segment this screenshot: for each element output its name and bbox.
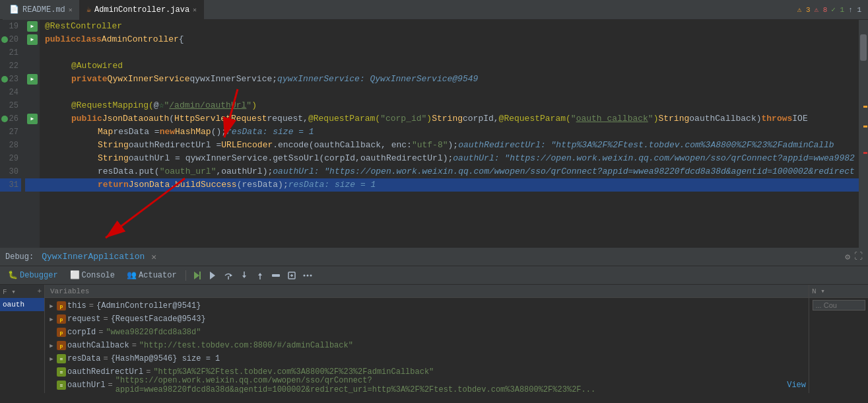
editor-area: 19 20 21 22 23 24 25 26 27 28 29 30 31 ▶… bbox=[0, 20, 868, 248]
debug-main: F ▾ + oauth Variables ▶ p this = {AdminC… bbox=[0, 285, 868, 393]
svg-point-16 bbox=[303, 274, 305, 276]
svg-point-18 bbox=[310, 274, 312, 276]
gutter-28 bbox=[25, 139, 40, 152]
svg-point-17 bbox=[306, 274, 308, 276]
line-num-24: 24 bbox=[0, 86, 21, 99]
tab-admin-label: AdminController.java bbox=[94, 5, 189, 15]
status-indicators: ⚠ 3 ⚠ 8 ✓ 1 ↑ 1 bbox=[797, 5, 868, 14]
debug-header-actions: ⚙ ⛶ bbox=[845, 252, 863, 262]
scrollbar-thumb[interactable] bbox=[860, 34, 867, 61]
step-out-btn[interactable] bbox=[253, 268, 267, 283]
line-num-28: 28 bbox=[0, 139, 21, 152]
debugger-tab-btn[interactable]: 🐛 Debugger bbox=[3, 268, 63, 283]
gutter-icon-20: ▶ bbox=[27, 34, 38, 45]
java-icon: ☕ bbox=[86, 5, 91, 15]
gutter-20: ▶ bbox=[25, 33, 40, 46]
debug-app-link[interactable]: QywxInnerApplication bbox=[42, 252, 145, 262]
gutter-21 bbox=[25, 46, 40, 59]
var-expand-request[interactable]: ▶ bbox=[48, 315, 55, 323]
people-icon: 👥 bbox=[127, 270, 137, 280]
var-resdata[interactable]: ▶ = resData = {HashMap@9546} size = 1 bbox=[45, 352, 809, 365]
var-expand-oauthurl: ▶ bbox=[48, 381, 55, 389]
var-oauthcallback[interactable]: ▶ p oauthCallback = "http://test.tobdev.… bbox=[45, 339, 809, 352]
evaluate-btn[interactable] bbox=[284, 268, 299, 283]
gutter-22 bbox=[25, 59, 40, 73]
stop-btn[interactable] bbox=[205, 268, 220, 283]
resume-btn[interactable] bbox=[189, 268, 204, 283]
svg-marker-3 bbox=[194, 272, 199, 279]
tab-readme[interactable]: 📄 README.md ✕ bbox=[3, 0, 80, 20]
line-num-30: 30 bbox=[0, 165, 21, 178]
var-expand-this[interactable]: ▶ bbox=[48, 302, 55, 310]
actuator-tab-btn[interactable]: 👥 Actuator bbox=[121, 268, 182, 283]
ok-indicator: ✓ 1 bbox=[831, 5, 844, 14]
var-this[interactable]: ▶ p this = {AdminController@9541} bbox=[45, 299, 809, 312]
var-expand-redirect: ▶ bbox=[48, 368, 55, 376]
code-line-27: Map resData = new HashMap (); resData: s… bbox=[40, 126, 859, 139]
frame-dropdown[interactable]: F ▾ bbox=[3, 287, 16, 296]
warn-mark-2 bbox=[863, 126, 867, 128]
warn-mark-1 bbox=[863, 106, 867, 108]
gutter-icon-19: ▶ bbox=[27, 21, 38, 32]
var-view-link[interactable]: View bbox=[787, 381, 806, 390]
readme-icon: 📄 bbox=[9, 5, 19, 15]
frame-item-oauth[interactable]: oauth bbox=[0, 298, 44, 311]
line-num-22: 22 bbox=[0, 59, 21, 73]
debug-settings-icon[interactable]: ⚙ bbox=[845, 252, 850, 262]
var-expand-callback[interactable]: ▶ bbox=[48, 342, 55, 349]
gutter-icon-26: ▶ bbox=[27, 114, 38, 124]
var-icon-resdata: = bbox=[57, 354, 66, 363]
gutter-27 bbox=[25, 126, 40, 139]
tab-bar: 📄 README.md ✕ ☕ AdminController.java ✕ ⚠… bbox=[0, 0, 868, 20]
gutter-31 bbox=[25, 178, 40, 192]
warn-indicator: ⚠ 3 bbox=[797, 5, 811, 14]
line-num-31: 31 bbox=[0, 178, 21, 192]
more-btn[interactable] bbox=[300, 268, 315, 283]
var-icon-corpid: p bbox=[57, 328, 66, 337]
line-num-25: 25 bbox=[0, 99, 21, 112]
frame-header: F ▾ + bbox=[0, 285, 44, 298]
line-num-26: 26 bbox=[0, 112, 21, 126]
var-icon-this: p bbox=[57, 301, 66, 311]
watches-search[interactable] bbox=[813, 300, 865, 311]
svg-marker-5 bbox=[210, 272, 215, 279]
right-panel-header: N ▾ bbox=[809, 285, 868, 298]
code-line-20: public class AdminController { bbox=[40, 33, 859, 46]
line-num-23: 23 bbox=[0, 73, 21, 86]
svg-rect-12 bbox=[272, 274, 280, 277]
variables-header: Variables bbox=[45, 285, 809, 298]
var-icon-request: p bbox=[57, 314, 66, 324]
step-into-btn[interactable] bbox=[237, 268, 251, 283]
code-line-28: String oauthRedirectUrl = URLEncoder .en… bbox=[40, 139, 859, 152]
var-icon-callback: p bbox=[57, 341, 66, 350]
var-expand-resdata[interactable]: ▶ bbox=[48, 355, 55, 363]
tab-readme-close[interactable]: ✕ bbox=[69, 6, 73, 14]
up-indicator: ↑ 1 bbox=[848, 6, 861, 14]
code-content[interactable]: @RestController public class AdminContro… bbox=[40, 20, 859, 248]
var-request[interactable]: ▶ p request = {RequestFacade@9543} bbox=[45, 312, 809, 326]
frame-add-icon[interactable]: + bbox=[37, 287, 42, 295]
svg-marker-11 bbox=[258, 273, 262, 275]
debug-app-close[interactable]: ✕ bbox=[151, 252, 156, 262]
step-over-btn[interactable] bbox=[221, 268, 236, 283]
var-oauthurl[interactable]: ▶ = oauthUrl = "https://open.work.weixin… bbox=[45, 379, 809, 392]
scrollbar-right[interactable] bbox=[859, 20, 868, 248]
debug-variables-panel: Variables ▶ p this = {AdminController@95… bbox=[45, 285, 809, 393]
gutter-30 bbox=[25, 165, 40, 178]
run-to-cursor-btn[interactable] bbox=[269, 268, 283, 283]
debug-expand-icon[interactable]: ⛶ bbox=[854, 252, 863, 262]
code-line-21 bbox=[40, 46, 859, 59]
code-line-30: resData.put( "oauth_url" ,oauthUrl); oau… bbox=[40, 165, 859, 178]
gutter-23: ▶ bbox=[25, 73, 40, 86]
line-num-27: 27 bbox=[0, 126, 21, 139]
var-icon-redirect: = bbox=[57, 367, 66, 377]
var-corpid[interactable]: ▶ p corpId = "wwea98220fdcd8a38d" bbox=[45, 326, 809, 339]
line-num-29: 29 bbox=[0, 152, 21, 165]
debug-label: Debug: bbox=[5, 252, 34, 262]
tab-admin-close[interactable]: ✕ bbox=[193, 6, 197, 14]
annotation-restcontroller: @RestController bbox=[45, 20, 122, 33]
console-tab-btn[interactable]: ⬜ Console bbox=[65, 268, 120, 283]
debug-frames: F ▾ + oauth bbox=[0, 285, 45, 393]
bug-icon: 🐛 bbox=[8, 270, 18, 280]
tab-admin[interactable]: ☕ AdminController.java ✕ bbox=[80, 0, 204, 20]
